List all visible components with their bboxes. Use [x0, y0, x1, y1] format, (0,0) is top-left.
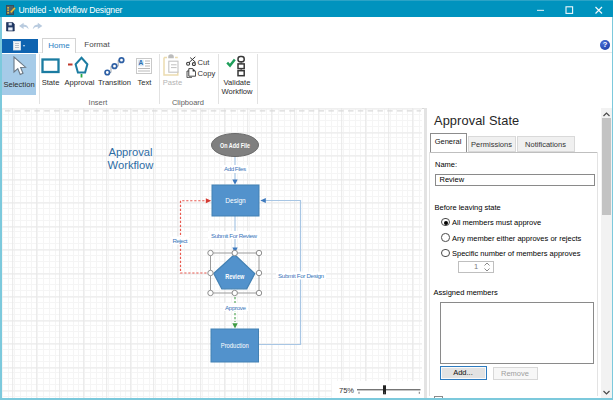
- svg-text:Submit For Design: Submit For Design: [278, 272, 325, 279]
- svg-text:Approve: Approve: [225, 304, 247, 311]
- svg-text:A: A: [138, 59, 143, 66]
- svg-text:Workflow: Workflow: [108, 159, 155, 171]
- svg-text:Approval: Approval: [108, 146, 152, 158]
- svg-text:On Add File: On Add File: [220, 142, 250, 149]
- svg-text:Add Files: Add Files: [224, 165, 246, 172]
- svg-text:Submit For Review: Submit For Review: [211, 232, 258, 239]
- svg-text:75%: 75%: [339, 386, 354, 395]
- svg-text:Design: Design: [225, 197, 246, 205]
- svg-text:Review: Review: [225, 273, 244, 280]
- svg-text:Production: Production: [221, 342, 249, 349]
- svg-text:Reject: Reject: [173, 237, 188, 244]
